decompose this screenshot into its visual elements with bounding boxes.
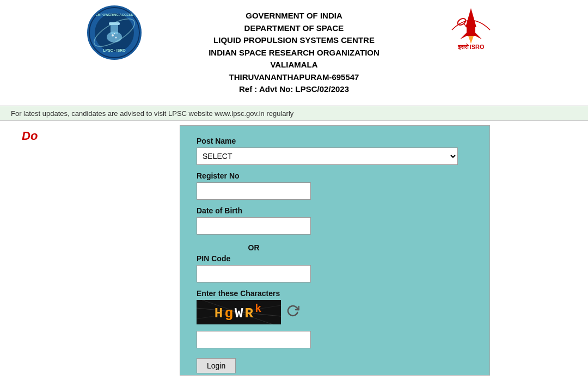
dob-label: Date of Birth [197,206,473,215]
post-name-label: Post Name [197,137,473,145]
pin-code-label: PIN Code [197,254,473,263]
dob-group: Date of Birth [197,206,473,235]
svg-marker-13 [460,33,467,39]
header-title: GOVERNMENT OF INDIA DEPARTMENT OF SPACE … [209,5,379,100]
ticker-band: For latest updates, candidates are advis… [0,106,588,121]
isro-logo: इसरो ISRO [441,5,501,54]
dob-input[interactable] [197,217,311,235]
register-no-label: Register No [197,171,473,180]
login-modal: Post Name SELECT Register No Date of Bir… [180,125,490,376]
svg-marker-14 [475,33,482,39]
lpsc-logo: LPSC · ISRO EMPOWERING ACCESS [87,5,142,60]
svg-marker-15 [468,36,474,44]
captcha-image: HgWRk [197,300,281,324]
pin-code-input[interactable] [197,265,311,282]
post-name-select[interactable]: SELECT [197,148,458,165]
svg-marker-11 [465,8,476,27]
captcha-input[interactable] [197,331,311,348]
svg-point-5 [112,34,114,36]
or-divider: OR [197,241,311,254]
svg-point-6 [115,37,117,39]
captcha-input-group [197,331,473,348]
svg-rect-12 [467,26,475,36]
post-name-group: Post Name SELECT [197,137,473,165]
captcha-container: HgWRk [197,300,473,324]
login-button[interactable]: Login [197,358,236,373]
ticker-text: For latest updates, candidates are advis… [0,109,304,118]
captcha-label: Enter these Characters [197,289,473,298]
register-no-input[interactable] [197,182,311,200]
download-heading: Do [22,129,38,143]
svg-text:इसरो ISRO: इसरो ISRO [457,43,485,50]
pin-code-group: PIN Code [197,254,473,282]
captcha-group: Enter these Characters HgWRk [197,289,473,324]
register-no-group: Register No [197,171,473,200]
svg-text:EMPOWERING ACCESS: EMPOWERING ACCESS [96,13,133,16]
captcha-refresh-button[interactable] [286,304,299,321]
page-header: LPSC · ISRO EMPOWERING ACCESS GOVERNMENT… [0,0,588,106]
svg-text:LPSC · ISRO: LPSC · ISRO [103,48,126,52]
svg-point-7 [114,33,115,34]
